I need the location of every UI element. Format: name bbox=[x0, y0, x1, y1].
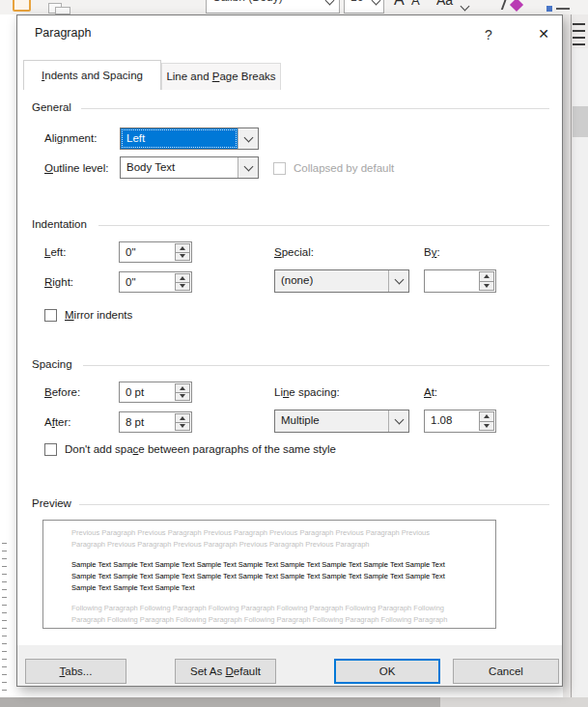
scrollbar-thumb[interactable] bbox=[573, 106, 588, 137]
clear-formatting-eraser-icon bbox=[510, 0, 523, 12]
before-spacing-label: Before: bbox=[44, 386, 80, 398]
close-button[interactable]: ✕ bbox=[527, 21, 560, 47]
spinner-up-icon bbox=[484, 274, 490, 278]
dont-add-space-checkbox[interactable] bbox=[44, 443, 57, 456]
chevron-down-icon bbox=[372, 0, 381, 5]
mirror-indents-checkbox[interactable] bbox=[44, 309, 57, 322]
spinner-down-button[interactable] bbox=[176, 253, 189, 261]
cancel-button[interactable]: Cancel bbox=[453, 659, 559, 684]
preview-line: Previous Paragraph Previous Paragraph Pr… bbox=[71, 527, 490, 539]
scrollbar-track[interactable] bbox=[573, 48, 588, 697]
special-dropdown-button[interactable] bbox=[388, 270, 408, 292]
spacing-section-label: Spacing bbox=[32, 358, 72, 370]
left-indent-value[interactable]: 0" bbox=[120, 242, 174, 262]
paragraph-dialog: Paragraph ? ✕ Indents and Spacing Line a… bbox=[16, 14, 563, 687]
spinner-up-button[interactable] bbox=[176, 274, 189, 283]
ruler-tick-icon bbox=[2, 690, 7, 691]
preview-following-paragraph: Following Paragraph Following Paragraph … bbox=[71, 603, 490, 629]
collapsed-by-default-label: Collapsed by default bbox=[294, 162, 394, 174]
spinner-down-button[interactable] bbox=[176, 393, 189, 401]
help-button[interactable]: ? bbox=[475, 23, 502, 46]
alignment-label: Alignment: bbox=[44, 132, 97, 144]
spinner-up-button[interactable] bbox=[176, 384, 189, 393]
before-spacing-spinner[interactable]: 0 pt bbox=[119, 382, 192, 403]
line-spacing-select[interactable]: Multiple bbox=[274, 410, 409, 433]
before-spacing-value[interactable]: 0 pt bbox=[120, 382, 174, 402]
ruler-tick-icon bbox=[2, 612, 7, 613]
tabs-button[interactable]: Tabs... bbox=[25, 659, 126, 684]
tab-line-and-page-breaks[interactable]: Line and Page Breaks bbox=[161, 63, 281, 90]
ruler-tick-icon bbox=[2, 666, 7, 667]
spinner-up-icon bbox=[180, 276, 185, 280]
ruler-tick-icon bbox=[2, 643, 7, 644]
chevron-down-icon bbox=[325, 0, 335, 5]
spinner-down-button[interactable] bbox=[480, 282, 493, 291]
left-indent-label: Left: bbox=[44, 246, 66, 258]
ruler-tick-icon bbox=[2, 581, 7, 582]
special-select[interactable]: (none) bbox=[274, 269, 409, 293]
at-value[interactable]: 1.08 bbox=[425, 410, 478, 432]
right-indent-label: Right: bbox=[44, 276, 73, 288]
spinner-up-button[interactable] bbox=[176, 414, 189, 423]
left-indent-spinner[interactable]: 0" bbox=[119, 241, 192, 263]
ruler-tick-icon bbox=[2, 651, 7, 652]
general-separator bbox=[81, 108, 549, 109]
chevron-down-icon bbox=[461, 2, 470, 12]
indentation-separator bbox=[98, 225, 549, 226]
align-justify-icon bbox=[573, 37, 585, 39]
outline-level-value: Body Text bbox=[121, 157, 238, 178]
preview-line: Paragraph Following Paragraph Following … bbox=[71, 614, 490, 626]
collapsed-by-default-checkbox bbox=[273, 162, 286, 175]
spinner-up-icon bbox=[180, 416, 185, 420]
at-label: At: bbox=[424, 386, 437, 398]
after-spacing-spinner[interactable]: 8 pt bbox=[119, 411, 192, 433]
at-spinner[interactable]: 1.08 bbox=[424, 410, 496, 433]
chevron-down-icon bbox=[394, 415, 404, 425]
by-spinner[interactable] bbox=[424, 269, 496, 293]
spinner-down-icon bbox=[484, 424, 490, 428]
line-spacing-dropdown-button[interactable] bbox=[388, 410, 408, 432]
preview-line: Sample Text Sample Text Sample Text Samp… bbox=[71, 559, 490, 571]
font-name-value: Calibri (Body) bbox=[212, 0, 283, 4]
grow-font-button[interactable]: A bbox=[394, 0, 405, 9]
special-label: Special: bbox=[274, 246, 314, 258]
vertical-ruler bbox=[0, 14, 16, 707]
ok-button[interactable]: OK bbox=[334, 659, 440, 684]
alignment-dropdown-button[interactable] bbox=[238, 128, 258, 149]
right-indent-value[interactable]: 0" bbox=[120, 272, 174, 292]
set-as-default-button[interactable]: Set As Default bbox=[175, 659, 276, 684]
spinner-down-button[interactable] bbox=[176, 423, 189, 431]
ruler-tick-icon bbox=[2, 558, 7, 559]
screenshot-root: Calibri (Body) 16 A A Aa Paragraph ? bbox=[0, 0, 588, 707]
paste-icon[interactable] bbox=[13, 0, 31, 12]
dont-add-space-label: Don't add space between paragraphs of th… bbox=[65, 443, 336, 455]
outline-dropdown-button[interactable] bbox=[238, 157, 258, 178]
preview-sample-text: Sample Text Sample Text Sample Text Samp… bbox=[71, 559, 490, 594]
bullets-icon[interactable] bbox=[546, 6, 552, 12]
spinner-up-icon bbox=[180, 386, 185, 390]
shrink-font-button[interactable]: A bbox=[411, 0, 420, 8]
spinner-up-button[interactable] bbox=[176, 244, 189, 253]
alignment-select[interactable]: Left bbox=[120, 127, 259, 150]
font-name-combobox[interactable]: Calibri (Body) bbox=[206, 0, 340, 14]
right-indent-spinner[interactable]: 0" bbox=[119, 271, 192, 293]
ruler-tick-icon bbox=[2, 620, 7, 621]
outline-level-select[interactable]: Body Text bbox=[120, 156, 259, 179]
font-size-combobox[interactable]: 16 bbox=[344, 0, 384, 14]
by-value[interactable] bbox=[425, 270, 478, 292]
spinner-up-button[interactable] bbox=[480, 272, 493, 282]
after-spacing-value[interactable]: 8 pt bbox=[120, 412, 174, 432]
spinner-down-button[interactable] bbox=[176, 283, 189, 291]
preview-line: Paragraph Previous Paragraph Previous Pa… bbox=[71, 539, 490, 551]
mirror-indents-label: Mirror indents bbox=[65, 309, 132, 321]
preview-previous-paragraph: Previous Paragraph Previous Paragraph Pr… bbox=[71, 527, 490, 551]
spinner-down-icon bbox=[180, 394, 185, 398]
spinner-down-icon bbox=[180, 284, 185, 288]
spinner-up-button[interactable] bbox=[480, 412, 493, 422]
align-justify-icon bbox=[573, 23, 585, 25]
tab-indents-and-spacing[interactable]: Indents and Spacing bbox=[23, 60, 161, 90]
preview-section-label: Preview bbox=[32, 497, 71, 509]
spinner-down-button[interactable] bbox=[480, 422, 493, 431]
ruler-tick-icon bbox=[2, 543, 7, 544]
change-case-button[interactable]: Aa bbox=[436, 0, 453, 8]
